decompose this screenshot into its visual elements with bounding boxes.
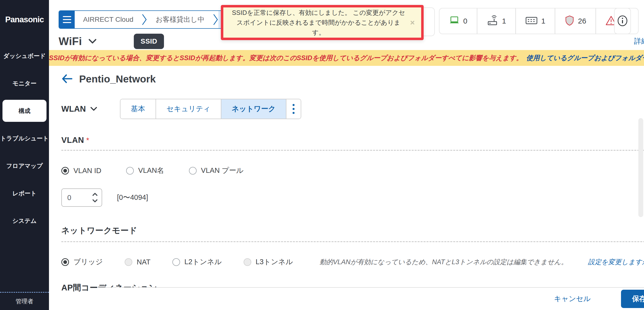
- radio-button-disabled-icon: [125, 258, 132, 266]
- app-window: Panasonic ダッシュボード モニター 構成 トラブルシュート フロアマッ…: [0, 0, 644, 310]
- page-title: WiFi: [58, 35, 82, 48]
- network-mode-options: ブリッジ NAT L2トンネル L3トンネル 動的VLANが有効になっているため…: [61, 257, 644, 267]
- warning-banner: SSIDが有効になっている場合、変更するとSSIDが再起動します。変更は次のこの…: [49, 50, 644, 66]
- radio-button-disabled-icon: [244, 258, 251, 266]
- sidebar-item-configuration[interactable]: 構成: [2, 100, 46, 122]
- network-name: Pentio_Network: [79, 73, 156, 85]
- radio-l3-tunnel: L3トンネル: [244, 257, 293, 267]
- chevron-right-icon: [142, 11, 147, 28]
- ssid-badge: SSID: [134, 34, 164, 49]
- radio-button-icon[interactable]: [172, 258, 180, 266]
- tab-security[interactable]: セキュリティ: [156, 99, 221, 119]
- network-mode-heading: ネットワークモード: [61, 225, 644, 236]
- vlan-section-heading: VLAN *: [61, 135, 644, 145]
- info-button[interactable]: [614, 8, 631, 34]
- sidebar-item-troubleshoot[interactable]: トラブルシュート: [0, 125, 49, 152]
- vertical-scrollbar[interactable]: [638, 118, 643, 217]
- status-access-points[interactable]: 1: [477, 9, 516, 34]
- action-footer: キャンセル 保存: [98, 287, 644, 310]
- wlan-label: WLAN: [61, 104, 86, 114]
- sidebar: Panasonic ダッシュボード モニター 構成 トラブルシュート フロアマッ…: [0, 0, 49, 310]
- status-count: 1: [502, 17, 506, 25]
- status-security[interactable]: 26: [555, 9, 596, 34]
- breadcrumb-item-root[interactable]: AIRRECT Cloud: [75, 11, 142, 28]
- required-asterisk: *: [86, 136, 89, 144]
- save-button[interactable]: 保存: [621, 290, 644, 308]
- vlan-range-hint: [0〜4094]: [117, 193, 148, 203]
- wlan-tabs: 基本 セキュリティ ネットワーク: [120, 99, 301, 119]
- content-area: Pentio_Network WLAN 基本 セキュリティ ネットワーク: [49, 66, 644, 293]
- toast-message: SSIDを正常に保存し、有効にしました。 この変更がアクセスポイントに反映される…: [223, 8, 421, 38]
- hamburger-menu-icon[interactable]: [59, 11, 75, 28]
- status-pill: 0 1 1 26: [439, 8, 638, 34]
- sidebar-item-system[interactable]: システム: [0, 207, 49, 234]
- sidebar-item-dashboard[interactable]: ダッシュボード: [0, 42, 49, 70]
- vlan-id-input-row: 0 [0〜4094]: [61, 188, 644, 207]
- radio-vlan-name[interactable]: VLAN名: [126, 166, 164, 176]
- radio-button-checked-icon[interactable]: [61, 167, 69, 175]
- vlan-heading-text: VLAN: [61, 135, 84, 145]
- shield-icon: [564, 15, 574, 27]
- section-divider: [61, 241, 644, 242]
- vlan-type-options: VLAN ID VLAN名 VLAN プール: [61, 166, 644, 176]
- tab-kebab-menu[interactable]: [286, 99, 301, 119]
- radio-button-icon[interactable]: [126, 167, 134, 175]
- section-divider: [61, 150, 644, 151]
- sidebar-admin[interactable]: 管理者: [0, 292, 49, 310]
- main-area: AIRRECT Cloud お客様貸出し中 ペンティオ 0: [49, 0, 644, 310]
- back-arrow-icon: [61, 74, 73, 84]
- info-icon: [616, 15, 628, 28]
- chevron-down-icon[interactable]: [88, 39, 97, 44]
- cancel-button[interactable]: キャンセル: [554, 294, 590, 304]
- chevron-right-icon: [213, 11, 218, 28]
- status-switches[interactable]: 1: [516, 9, 555, 34]
- panasonic-logo: Panasonic: [0, 15, 49, 24]
- radio-vlan-id[interactable]: VLAN ID: [61, 167, 102, 175]
- wlan-tab-row: WLAN 基本 セキュリティ ネットワーク: [61, 99, 644, 119]
- banner-link[interactable]: 使用しているグループおよびフォルダーを確認: [526, 54, 644, 62]
- sidebar-item-report[interactable]: レポート: [0, 179, 49, 207]
- status-count: 0: [463, 17, 468, 25]
- change-settings-link[interactable]: 設定を変更しますか?: [588, 257, 644, 266]
- radio-button-checked-icon[interactable]: [61, 258, 69, 266]
- detail-label[interactable]: 詳細: [634, 36, 644, 46]
- toast-notification: SSIDを正常に保存し、有効にしました。 この変更がアクセスポイントに反映される…: [221, 5, 424, 40]
- radio-l2-tunnel[interactable]: L2トンネル: [172, 257, 222, 267]
- status-clients[interactable]: 0: [440, 9, 477, 34]
- spinner-down-icon[interactable]: [92, 199, 98, 203]
- sidebar-nav: ダッシュボード モニター 構成 トラブルシュート フロアマップ レポート システ…: [0, 42, 49, 234]
- breadcrumb-item-folder[interactable]: お客様貸出し中: [147, 11, 213, 28]
- spinner-up-icon[interactable]: [92, 193, 98, 196]
- access-point-icon: [487, 15, 498, 27]
- radio-vlan-pool[interactable]: VLAN プール: [189, 166, 244, 176]
- laptop-icon: [449, 16, 460, 27]
- detail-menu[interactable]: 詳細: [634, 36, 644, 46]
- close-icon[interactable]: ×: [410, 18, 415, 27]
- status-count: 1: [541, 17, 545, 25]
- back-button[interactable]: [61, 74, 73, 84]
- radio-button-icon[interactable]: [189, 167, 196, 175]
- sidebar-item-floormap[interactable]: フロアマップ: [0, 152, 49, 179]
- sidebar-item-monitor[interactable]: モニター: [0, 70, 49, 97]
- banner-text: SSIDが有効になっている場合、変更するとSSIDが再起動します。変更は次のこの…: [49, 54, 523, 62]
- network-mode-note: 動的VLANが有効になっているため、NATとL3トンネルの設定は編集できません。: [320, 257, 568, 266]
- radio-bridge[interactable]: ブリッジ: [61, 257, 103, 267]
- tab-basic[interactable]: 基本: [120, 99, 156, 119]
- vlan-id-input[interactable]: 0: [61, 188, 102, 207]
- status-count: 26: [578, 17, 586, 25]
- radio-nat: NAT: [125, 258, 150, 266]
- network-title-row: Pentio_Network: [61, 73, 644, 85]
- vlan-id-value[interactable]: 0: [62, 194, 92, 202]
- chevron-down-icon[interactable]: [90, 107, 97, 111]
- tab-network[interactable]: ネットワーク: [221, 99, 286, 119]
- switch-icon: [525, 16, 538, 26]
- kebab-menu-icon: [292, 104, 294, 114]
